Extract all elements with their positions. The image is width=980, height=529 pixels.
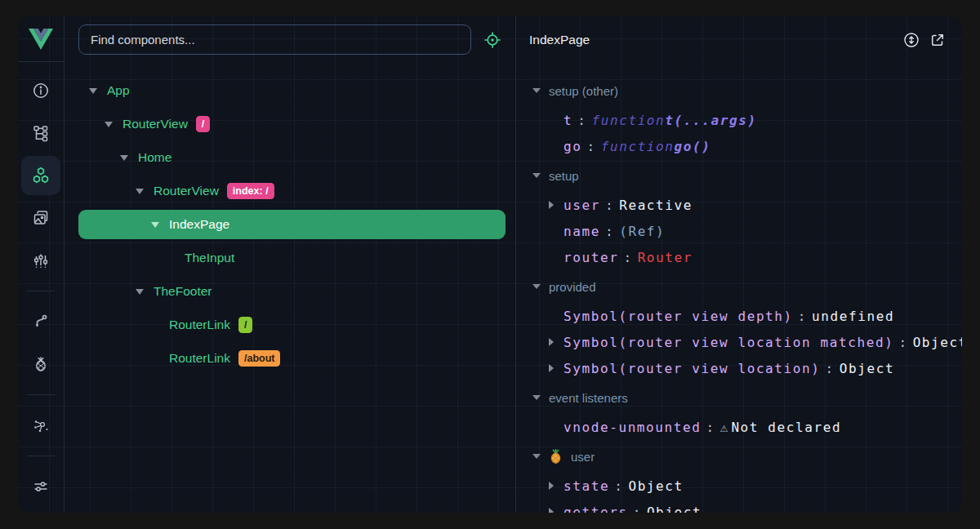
- item-expander[interactable]: [549, 482, 564, 490]
- tree-row[interactable]: RouterLink/about: [78, 344, 506, 373]
- pinia-pineapple-icon[interactable]: [24, 348, 57, 380]
- route-badge: /: [196, 116, 210, 132]
- section-title: setup (other): [549, 84, 618, 98]
- state-value: (Ref): [619, 224, 665, 239]
- chevron-down-icon: [532, 88, 541, 93]
- state-value: Reactive: [619, 198, 693, 213]
- chevron-right-icon: [549, 482, 554, 490]
- item-expander[interactable]: [549, 338, 564, 346]
- tree-expander[interactable]: [89, 88, 107, 94]
- state-row[interactable]: getters:Object: [527, 499, 962, 513]
- chevron-right-icon: [549, 364, 554, 372]
- state-row[interactable]: Symbol(router view location):Object: [527, 355, 962, 381]
- state-key: getters: [564, 505, 628, 513]
- key-value-separator: :: [605, 198, 614, 213]
- state-value: go(): [675, 139, 711, 154]
- router-icon[interactable]: [24, 305, 57, 338]
- devtools-window: AppRouterView/HomeRouterViewindex: /Inde…: [18, 16, 962, 513]
- sidebar-divider: [27, 291, 55, 291]
- chevron-right-icon: [549, 508, 554, 513]
- state-row[interactable]: name: (Ref): [527, 218, 962, 244]
- section-header[interactable]: user: [527, 440, 962, 473]
- tree-row[interactable]: IndexPage: [78, 210, 506, 239]
- item-expander[interactable]: [549, 508, 564, 513]
- tree-row[interactable]: TheFooter: [78, 277, 506, 306]
- component-name: RouterLink: [169, 351, 230, 366]
- state-row[interactable]: go:function go(): [527, 133, 962, 159]
- tree-expander[interactable]: [120, 155, 138, 161]
- chevron-down-icon: [105, 122, 113, 127]
- sidebar-divider: [27, 456, 55, 456]
- component-name: RouterView: [122, 117, 188, 131]
- state-key: Symbol(router view location): [564, 361, 821, 376]
- section-header[interactable]: provided: [527, 270, 962, 303]
- section-header[interactable]: setup: [527, 159, 962, 192]
- chevron-down-icon: [532, 395, 541, 400]
- tree-row[interactable]: App: [78, 76, 506, 105]
- component-name: IndexPage: [169, 217, 229, 232]
- tree-row[interactable]: RouterView/: [78, 109, 506, 139]
- state-key: Symbol(router view location matched): [564, 335, 893, 350]
- section-header[interactable]: event listeners: [527, 381, 962, 414]
- tree-row[interactable]: Home: [78, 143, 506, 172]
- chevron-down-icon: [89, 88, 97, 94]
- settings-icon[interactable]: [24, 470, 57, 503]
- sidebar-nav: [21, 62, 60, 513]
- key-value-separator: :: [623, 250, 632, 265]
- state-row[interactable]: vnode-unmounted:⚠ Not declared: [527, 414, 962, 440]
- state-row[interactable]: user:Reactive: [527, 192, 962, 218]
- state-key: user: [564, 198, 600, 213]
- key-value-separator: :: [706, 420, 715, 435]
- state-row[interactable]: Symbol(router view location matched):Obj…: [527, 329, 962, 355]
- state-value: Object: [628, 478, 683, 494]
- graph-icon[interactable]: [24, 409, 57, 442]
- section-header[interactable]: setup (other): [527, 74, 962, 107]
- state-row[interactable]: t:function t(...args): [527, 107, 962, 133]
- state-row[interactable]: Symbol(router view depth):undefined: [527, 303, 962, 329]
- key-value-separator: :: [826, 361, 835, 376]
- chevron-right-icon: [549, 338, 554, 346]
- tree-row[interactable]: TheInput: [78, 243, 506, 273]
- inspector-header: IndexPage: [516, 16, 962, 63]
- search-input[interactable]: [78, 24, 471, 55]
- state-value: Router: [638, 250, 693, 265]
- tree-expander[interactable]: [136, 189, 154, 194]
- key-value-separator: :: [586, 139, 595, 154]
- state-row[interactable]: router:Router: [527, 244, 962, 270]
- state-value: t(...args): [665, 113, 756, 128]
- key-value-separator: :: [633, 505, 642, 513]
- overview-info-icon[interactable]: [24, 74, 57, 107]
- component-name: RouterLink: [169, 318, 230, 332]
- component-name: TheFooter: [154, 284, 212, 299]
- chevron-down-icon: [532, 454, 541, 459]
- inspect-component-target-icon[interactable]: [478, 25, 507, 55]
- tree-expander[interactable]: [136, 289, 154, 295]
- tree-row[interactable]: RouterViewindex: /: [78, 176, 506, 206]
- state-row[interactable]: state:Object: [527, 473, 962, 499]
- state-key: state: [564, 478, 609, 494]
- timeline-sliders-icon[interactable]: [24, 244, 57, 277]
- state-key: t: [564, 113, 572, 128]
- state-value: undefined: [812, 309, 894, 324]
- component-tree-icon[interactable]: [24, 117, 57, 149]
- tree-expander[interactable]: [105, 122, 122, 127]
- pineapple-icon: [549, 449, 563, 464]
- tree-row[interactable]: RouterLink/: [78, 310, 506, 340]
- route-badge: /about: [238, 350, 281, 367]
- open-in-editor-icon[interactable]: [924, 27, 951, 53]
- state-key: go: [564, 139, 581, 154]
- key-value-separator: :: [798, 309, 807, 324]
- route-badge: /: [238, 317, 252, 333]
- item-expander[interactable]: [549, 201, 564, 209]
- chevron-down-icon: [136, 289, 144, 295]
- pages-icon[interactable]: [24, 202, 57, 234]
- state-value: function: [591, 113, 665, 128]
- components-hexagons-icon[interactable]: [21, 156, 60, 195]
- state-value: Object: [913, 335, 962, 350]
- chevron-right-icon: [549, 201, 554, 209]
- item-expander[interactable]: [549, 364, 564, 372]
- expand-collapse-all-icon[interactable]: [898, 27, 924, 53]
- state-value: function: [601, 139, 675, 154]
- chevron-down-icon: [532, 173, 541, 178]
- tree-expander[interactable]: [151, 222, 169, 228]
